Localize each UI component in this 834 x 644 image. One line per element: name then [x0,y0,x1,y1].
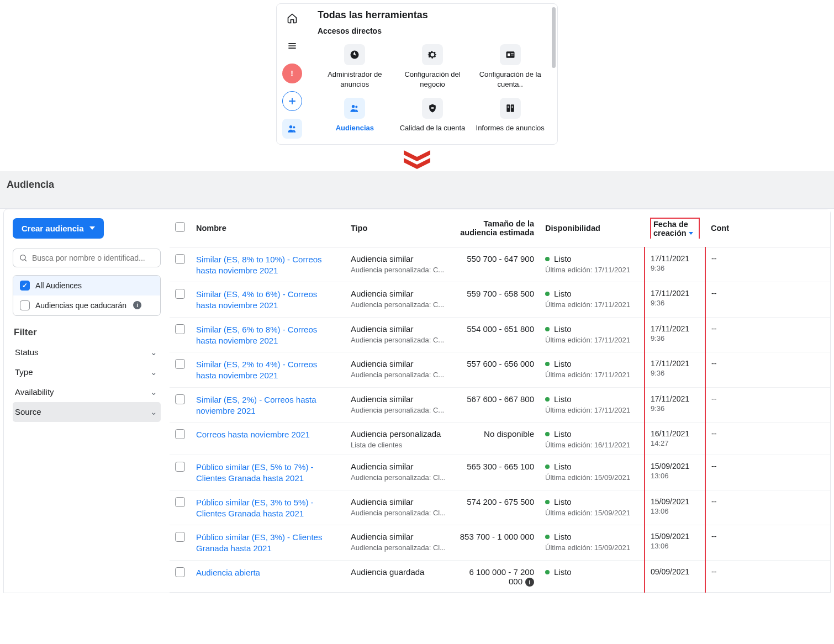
table-row: Similar (ES, 6% to 8%) - Correos hasta n… [170,317,830,352]
search-box[interactable] [13,249,161,267]
audiences-nav-icon[interactable] [282,119,302,139]
col-type[interactable]: Tipo [345,209,451,247]
row-checkbox[interactable] [175,324,185,334]
created-date: 17/11/2021 [651,359,699,368]
shortcut-shield[interactable]: Calidad de la cuenta [395,94,470,136]
row-checkbox[interactable] [175,394,185,404]
availability: Listo [545,462,638,471]
table-row: Audiencia abiertaAudiencia guardada6 100… [170,560,830,592]
status-dot-icon [545,570,550,574]
shortcut-people[interactable]: Audiencias [318,94,392,136]
row-checkbox[interactable] [175,462,185,472]
audience-name-link[interactable]: Similar (ES, 2%) - Correos hasta noviemb… [196,394,340,417]
audience-type: Audiencia similar [351,324,446,334]
col-size[interactable]: Tamaño de la audiencia estimada [451,209,540,247]
people-icon [344,98,365,119]
audience-name-link[interactable]: Audiencia abierta [196,567,340,578]
audience-name-link[interactable]: Similar (ES, 8% to 10%) - Correos hasta … [196,254,340,277]
audience-name-link[interactable]: Similar (ES, 6% to 8%) - Correos hasta n… [196,324,340,347]
quick-filter-row[interactable]: Audiencias que caducaráni [13,295,160,315]
audience-name-link[interactable]: Público similar (ES, 3% to 5%) - Cliente… [196,497,340,520]
last-edited: Última edición: 15/09/2021 [545,509,638,517]
shortcut-gear[interactable]: Configuración del negocio [395,41,470,92]
filter-facet[interactable]: Status⌄ [13,342,161,362]
audience-subtype: Audiencia personalizada: C... [351,300,446,309]
created-date: 15/09/2021 [651,462,699,471]
cont-cell: -- [705,490,830,525]
checkbox-icon[interactable] [20,300,30,310]
svg-point-21 [20,255,25,260]
facet-label: Availability [15,387,54,397]
checkbox-icon[interactable] [20,281,30,291]
filter-facet[interactable]: Type⌄ [13,362,161,382]
availability: Listo [545,254,638,263]
created-time: 9:36 [651,264,699,272]
audience-subtype: Lista de clientes [351,441,446,449]
quick-filter-row[interactable]: All Audiences [13,276,160,295]
audience-type: Audiencia similar [351,394,446,404]
audience-name-link[interactable]: Público similar (ES, 3%) - Clientes Gran… [196,532,340,555]
col-name[interactable]: Nombre [191,209,345,247]
row-checkbox[interactable] [175,567,185,577]
svg-rect-17 [508,106,509,107]
availability: Listo [545,497,638,506]
created-date: 15/09/2021 [651,497,699,506]
audience-name-link[interactable]: Público similar (ES, 5% to 7%) - Cliente… [196,462,340,484]
row-checkbox[interactable] [175,289,185,299]
shortcut-compass[interactable]: Administrado​r de anuncios [318,41,392,92]
search-input[interactable] [32,254,155,262]
sort-desc-icon [689,232,693,235]
row-checkbox[interactable] [175,254,185,264]
table-row: Público similar (ES, 5% to 7%) - Cliente… [170,455,830,490]
shortcut-label: Calidad de la cuenta [397,123,469,133]
status-dot-icon [545,397,550,402]
status-dot-icon [545,292,550,296]
filter-heading: Filter [14,327,161,338]
tools-panel: ! Todas las herramientas Accesos directo… [276,3,558,145]
add-icon[interactable] [282,91,302,111]
facet-label: Source [15,407,41,416]
info-icon[interactable]: i [525,578,534,587]
chevron-down-icon: ⌄ [150,347,157,357]
created-time: 9:36 [651,404,699,413]
table-row: Correos hasta noviembre 2021Audiencia pe… [170,423,830,455]
svg-rect-11 [510,55,513,55]
scrollbar[interactable] [552,7,556,68]
chevron-down-icon: ⌄ [150,367,157,377]
last-edited: Última edición: 17/11/2021 [545,336,638,344]
audience-name-link[interactable]: Correos hasta noviembre 2021 [196,429,340,440]
col-availability[interactable]: Disponibilidad [540,209,645,247]
row-checkbox[interactable] [175,429,185,439]
shield-icon [422,98,443,119]
status-dot-icon [545,464,550,469]
home-icon[interactable] [282,8,302,28]
select-all-checkbox[interactable] [175,222,185,232]
search-icon [19,254,28,262]
shortcut-id-card[interactable]: Configuración de la cuenta.. [473,41,547,92]
audience-name-link[interactable]: Similar (ES, 4% to 6%) - Correos hasta n… [196,289,340,312]
table-row: Similar (ES, 4% to 6%) - Correos hasta n… [170,282,830,318]
chevron-down-icon: ⌄ [150,387,157,397]
col-cont[interactable]: Cont [705,209,830,247]
menu-icon[interactable] [282,36,302,56]
filter-facet[interactable]: Source⌄ [13,402,161,422]
audience-name-link[interactable]: Similar (ES, 2% to 4%) - Correos hasta n… [196,359,340,382]
last-edited: Última edición: 17/11/2021 [545,406,638,414]
info-icon[interactable]: i [133,301,141,309]
create-audience-button[interactable]: Crear audiencia [13,218,104,239]
filter-facet[interactable]: Availability⌄ [13,382,161,402]
audience-size: 550 700 - 647 900 [467,254,534,263]
shortcut-reports[interactable]: Informes de anuncios [473,94,547,136]
row-checkbox[interactable] [175,359,185,369]
audience-size: 853 700 - 1 000 000 [460,532,534,541]
alert-icon[interactable]: ! [282,64,302,83]
row-checkbox[interactable] [175,532,185,542]
svg-point-13 [356,106,358,108]
audience-subtype: Audiencia personalizada: Cl... [351,509,446,517]
col-created[interactable]: Fecha de creación [645,209,705,247]
created-date: 17/11/2021 [651,289,699,298]
gear-icon [422,44,443,65]
row-checkbox[interactable] [175,497,185,507]
created-time: 13:06 [651,542,699,550]
id-card-icon [500,44,521,65]
